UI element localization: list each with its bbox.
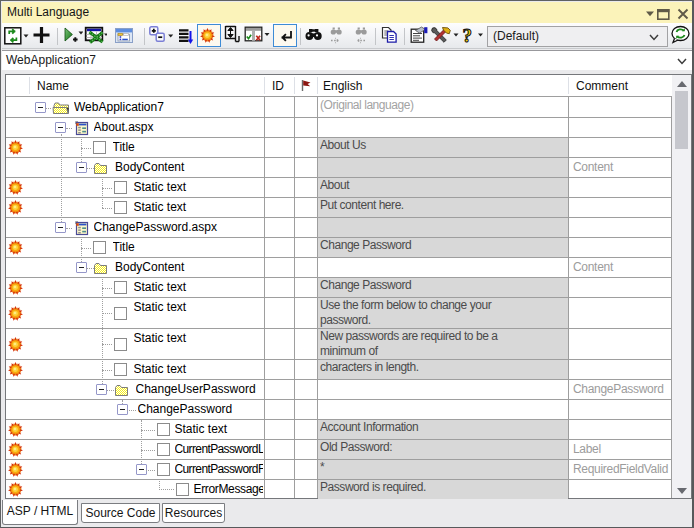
svg-text:?: ? bbox=[463, 25, 473, 45]
